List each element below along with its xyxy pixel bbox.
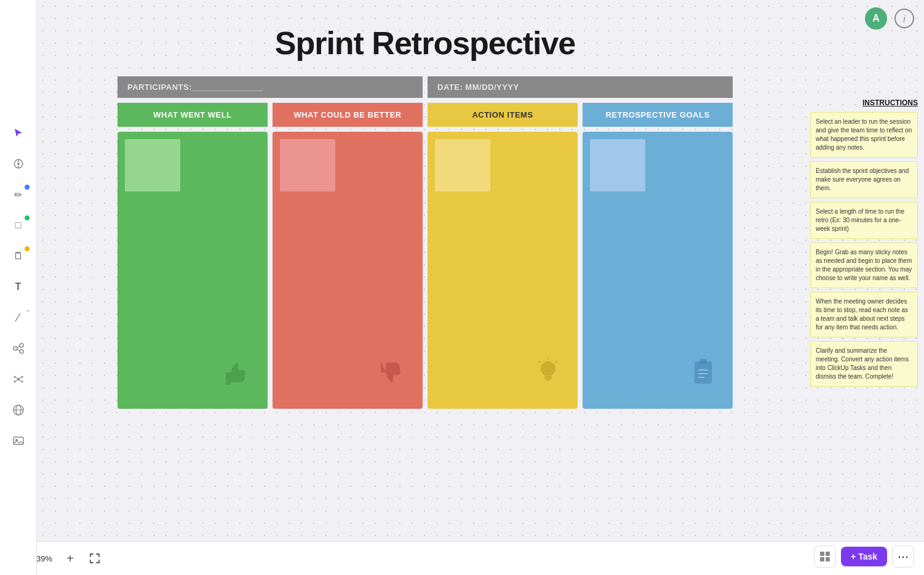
svg-point-5 — [20, 350, 23, 353]
tool-image[interactable] — [9, 431, 28, 451]
svg-rect-28 — [695, 361, 712, 384]
date-box[interactable]: DATE: MM/DD/YYYY — [428, 76, 733, 98]
svg-rect-34 — [826, 552, 830, 556]
bottom-right-buttons: + Task ⋯ — [814, 545, 914, 568]
participants-box[interactable]: PARTICIPANTS:_______________ — [117, 76, 423, 98]
instruction-step-4: Begin! Grab as many sticky notes as need… — [810, 243, 918, 288]
col-went-well[interactable] — [117, 132, 268, 409]
clipboard-icon — [686, 355, 720, 396]
instructions-title: INSTRUCTIONS — [810, 99, 918, 107]
tool-text[interactable]: T — [9, 277, 28, 297]
tool-pen[interactable]: ✏ — [9, 185, 28, 204]
svg-rect-29 — [699, 359, 707, 364]
add-task-button[interactable]: + Task — [841, 547, 887, 566]
sticky-note-yellow — [435, 139, 490, 191]
svg-rect-36 — [826, 557, 830, 561]
svg-rect-35 — [820, 557, 824, 561]
zoom-in-button[interactable]: + — [62, 550, 79, 567]
tool-draw[interactable]: ∕ ~ — [9, 308, 28, 328]
svg-line-15 — [15, 379, 18, 382]
svg-line-16 — [18, 379, 22, 382]
thumbs-down-icon — [376, 355, 410, 396]
instruction-step-1: Select an leader to run the session and … — [810, 112, 918, 158]
col-header-went-well: WHAT WENT WELL — [117, 103, 268, 127]
metadata-row: PARTICIPANTS:_______________ DATE: MM/DD… — [117, 76, 733, 98]
sidebar: ✏ □ 🗒 T ∕ ~ — [0, 0, 37, 575]
col-action-items[interactable] — [428, 132, 578, 409]
instruction-step-6: Clarify and summarize the meeting. Conve… — [810, 341, 918, 387]
svg-line-27 — [556, 361, 557, 363]
svg-line-7 — [17, 349, 20, 351]
svg-point-4 — [20, 344, 23, 347]
tool-network[interactable] — [9, 369, 28, 389]
sticky-note-green — [125, 139, 180, 191]
board: PARTICIPANTS:_______________ DATE: MM/DD… — [117, 76, 733, 409]
svg-line-26 — [539, 361, 541, 363]
svg-line-13 — [15, 377, 18, 379]
instruction-step-3: Select a length of time to run the retro… — [810, 202, 918, 239]
instruction-step-2: Establish the sprint objectives and make… — [810, 161, 918, 198]
col-header-action-items: ACTION ITEMS — [428, 103, 578, 127]
svg-line-14 — [18, 377, 22, 379]
bottom-toolbar: − 39% + — [0, 541, 924, 575]
more-options-button[interactable]: ⋯ — [892, 545, 914, 568]
svg-point-0 — [17, 163, 20, 165]
col-could-be-better[interactable] — [273, 132, 423, 409]
columns-body — [117, 132, 733, 409]
thumbs-up-icon — [221, 355, 255, 396]
page-title: Sprint Retrospective — [275, 25, 576, 62]
col-header-retro-goals: RETROSPECTIVE GOALS — [583, 103, 733, 127]
zoom-fit-button[interactable] — [86, 550, 103, 567]
svg-line-6 — [17, 346, 20, 348]
grid-view-button[interactable] — [814, 545, 836, 568]
instruction-step-5: When the meeting owner decides its time … — [810, 292, 918, 337]
zoom-level: 39% — [34, 554, 54, 563]
tool-sticky[interactable]: 🗒 — [9, 246, 28, 266]
tool-select[interactable] — [9, 123, 28, 143]
tool-connect[interactable] — [9, 339, 28, 358]
sticky-note-blue — [590, 139, 645, 191]
main-content: Sprint Retrospective PARTICIPANTS:______… — [37, 0, 924, 575]
svg-point-3 — [14, 347, 17, 350]
tool-ai[interactable] — [9, 154, 28, 174]
lightbulb-icon — [531, 355, 565, 396]
svg-rect-23 — [544, 376, 552, 379]
tool-shapes[interactable]: □ — [9, 215, 28, 235]
column-headers: WHAT WENT WELL WHAT COULD BE BETTER ACTI… — [117, 103, 733, 127]
sticky-note-red — [280, 139, 335, 191]
svg-rect-33 — [820, 552, 824, 556]
col-header-could-be-better: WHAT COULD BE BETTER — [273, 103, 423, 127]
col-retro-goals[interactable] — [583, 132, 733, 409]
tool-globe[interactable] — [9, 400, 28, 420]
svg-point-22 — [541, 361, 556, 376]
svg-rect-20 — [14, 437, 23, 444]
instructions-panel: INSTRUCTIONS Select an leader to run the… — [810, 99, 918, 390]
svg-rect-24 — [546, 379, 551, 380]
